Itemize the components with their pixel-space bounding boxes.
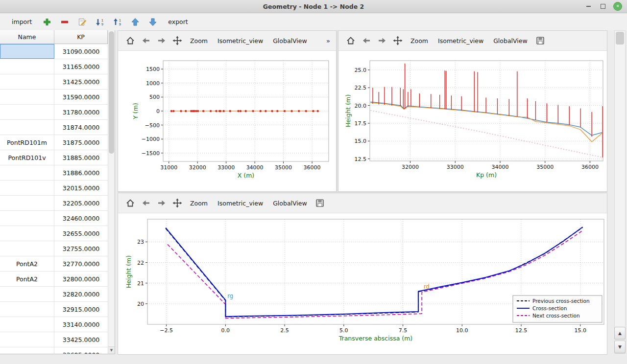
name-cell[interactable] xyxy=(0,181,54,195)
isometric-view-button[interactable]: Isometric_view xyxy=(213,197,267,209)
zoom-button[interactable]: Zoom xyxy=(186,35,212,47)
name-cell[interactable] xyxy=(0,90,54,104)
name-cell[interactable] xyxy=(0,120,54,135)
global-view-button[interactable]: GlobalView xyxy=(268,35,312,47)
global-view-button[interactable]: GlobalView xyxy=(489,35,532,47)
back-button[interactable] xyxy=(139,196,153,210)
kp-cell[interactable]: 32655.0000 xyxy=(54,226,108,241)
forward-button[interactable] xyxy=(154,33,169,48)
table-row[interactable]: 31874.0000 xyxy=(0,120,108,135)
kp-cell[interactable]: 33425.0000 xyxy=(54,332,108,347)
isometric-view-button[interactable]: Isometric_view xyxy=(213,35,267,47)
name-cell[interactable] xyxy=(0,347,54,354)
table-row[interactable]: 31780.0000 xyxy=(0,105,108,120)
name-cell[interactable] xyxy=(0,74,54,89)
name-cell[interactable] xyxy=(0,226,54,241)
table-scrollbar-thumb[interactable] xyxy=(109,31,114,154)
toolbar-overflow-icon[interactable]: » xyxy=(326,37,331,45)
kp-cell[interactable]: 31090.0000 xyxy=(54,44,108,59)
cross-section-chart[interactable]: −2.50.02.55.07.510.012.515.020212223rgrd… xyxy=(118,213,607,354)
table-row[interactable]: 31425.0000 xyxy=(0,74,108,90)
plan-chart[interactable]: 310003200033000340003500036000−1500−1000… xyxy=(118,51,336,190)
column-header-name[interactable]: Name xyxy=(0,30,54,44)
home-button[interactable] xyxy=(123,33,138,48)
pan-button[interactable] xyxy=(390,33,405,48)
kp-cell[interactable]: 33140.0000 xyxy=(54,317,108,332)
window-scrollbar-thumb[interactable] xyxy=(616,32,624,45)
kp-cell[interactable]: 32770.0000 xyxy=(54,256,108,271)
zoom-button[interactable]: Zoom xyxy=(186,197,212,209)
kp-cell[interactable]: 32915.0000 xyxy=(54,302,108,317)
kp-cell[interactable]: 32800.0000 xyxy=(54,272,108,286)
home-button[interactable] xyxy=(123,196,138,210)
add-row-button[interactable] xyxy=(41,16,53,28)
table-row[interactable]: 32915.0000 xyxy=(0,302,108,317)
pan-button[interactable] xyxy=(170,196,185,210)
name-cell[interactable] xyxy=(0,287,54,301)
scroll-up-button[interactable]: ▲ xyxy=(614,327,626,340)
name-cell[interactable] xyxy=(0,332,54,347)
table-row[interactable]: 31165.0000 xyxy=(0,59,108,74)
close-button[interactable]: ✕ xyxy=(613,2,622,11)
name-cell[interactable] xyxy=(0,44,54,59)
table-scrollbar[interactable]: ▼ xyxy=(108,30,115,354)
kp-cell[interactable]: 31425.0000 xyxy=(54,74,108,89)
maximize-button[interactable] xyxy=(599,2,607,11)
export-button[interactable]: export xyxy=(164,16,192,27)
table-row[interactable]: PontRD101m31875.0000 xyxy=(0,135,108,150)
table-row[interactable]: 31090.0000 xyxy=(0,44,108,59)
table-row[interactable]: 32015.0000 xyxy=(0,181,108,196)
forward-button[interactable] xyxy=(154,196,169,210)
kp-cell[interactable]: 31875.0000 xyxy=(54,135,108,150)
isometric-view-button[interactable]: Isometric_view xyxy=(434,35,488,47)
kp-cell[interactable]: 31886.0000 xyxy=(54,165,108,180)
table-scroll-down-icon[interactable]: ▼ xyxy=(108,346,115,354)
profile-chart[interactable]: 320003300034000350003600012.515.017.520.… xyxy=(338,51,607,190)
name-cell[interactable]: PontRD101m xyxy=(0,135,54,150)
kp-cell[interactable]: 32755.0000 xyxy=(54,241,108,256)
window-scrollbar[interactable] xyxy=(614,30,626,354)
name-cell[interactable] xyxy=(0,211,54,226)
move-up-button[interactable] xyxy=(129,16,142,28)
home-button[interactable] xyxy=(343,33,358,48)
back-button[interactable] xyxy=(359,33,374,48)
scroll-down-button[interactable]: ▼ xyxy=(614,341,626,353)
name-cell[interactable] xyxy=(0,317,54,332)
titlebar[interactable]: Geometry - Node 1 -> Node 2 ✕ xyxy=(0,0,627,13)
table-row[interactable]: 32755.0000 xyxy=(0,241,108,256)
name-cell[interactable] xyxy=(0,241,54,256)
table-row[interactable]: 32460.0000 xyxy=(0,211,108,226)
name-cell[interactable]: PontRD101v xyxy=(0,150,54,165)
table-row[interactable]: PontA232800.0000 xyxy=(0,272,108,287)
table-row[interactable]: 32205.0000 xyxy=(0,196,108,211)
name-cell[interactable] xyxy=(0,59,54,74)
table-row[interactable]: 33140.0000 xyxy=(0,317,108,332)
minimize-button[interactable] xyxy=(584,2,593,11)
kp-cell[interactable]: 32460.0000 xyxy=(54,211,108,226)
name-cell[interactable] xyxy=(0,105,54,119)
move-down-button[interactable] xyxy=(146,16,159,28)
kp-cell[interactable]: 31590.0000 xyxy=(54,90,108,104)
name-cell[interactable] xyxy=(0,196,54,210)
table-row[interactable]: 31590.0000 xyxy=(0,90,108,105)
save-button[interactable] xyxy=(313,196,327,210)
import-button[interactable]: import xyxy=(8,16,36,27)
kp-cell[interactable]: 33685.0000 xyxy=(54,347,108,354)
table-row[interactable]: 33685.0000 xyxy=(0,347,108,354)
kp-cell[interactable]: 32820.0000 xyxy=(54,287,108,301)
edit-button[interactable] xyxy=(76,16,89,28)
sort-descending-button[interactable]: 19 xyxy=(94,16,106,28)
name-cell[interactable]: PontA2 xyxy=(0,272,54,286)
table-row[interactable]: 32820.0000 xyxy=(0,287,108,302)
save-button[interactable] xyxy=(533,33,548,48)
zoom-button[interactable]: Zoom xyxy=(406,35,433,47)
table-row[interactable]: 33425.0000 xyxy=(0,332,108,347)
kp-cell[interactable]: 32015.0000 xyxy=(54,181,108,195)
table-row[interactable]: 32655.0000 xyxy=(0,226,108,241)
name-cell[interactable] xyxy=(0,302,54,317)
kp-cell[interactable]: 31165.0000 xyxy=(54,59,108,74)
sort-ascending-button[interactable]: 19 xyxy=(111,16,124,28)
name-cell[interactable]: PontA2 xyxy=(0,256,54,271)
global-view-button[interactable]: GlobalView xyxy=(268,197,312,209)
forward-button[interactable] xyxy=(375,33,389,48)
